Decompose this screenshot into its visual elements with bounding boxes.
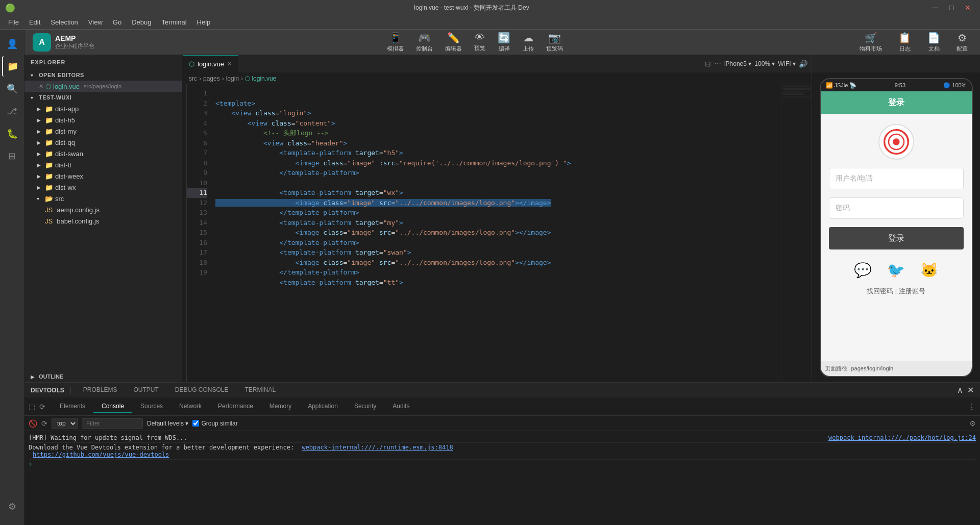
register-link[interactable]: 注册账号 <box>899 287 925 295</box>
chrome-tab-audits[interactable]: Audits <box>384 401 418 413</box>
network-select[interactable]: WIFI ▾ <box>778 60 796 67</box>
devtools-close-icon[interactable]: ✕ <box>967 385 974 395</box>
tree-dist-weex[interactable]: ▶ 📁 dist-weex <box>24 170 182 182</box>
code-editor[interactable]: <template> <view class="login"> <view cl… <box>211 84 781 382</box>
activitybar-settings[interactable]: ⚙ <box>2 496 22 517</box>
brand: A AEMP 企业小程序平台 <box>33 33 94 52</box>
chrome-tab-security[interactable]: Security <box>346 401 384 413</box>
toolbar-upload[interactable]: ☁ 上传 <box>519 30 538 55</box>
weibo-icon[interactable]: 🐦 <box>887 262 905 279</box>
toolbar-controller[interactable]: 🎮 控制台 <box>412 30 437 55</box>
toolbar-doc[interactable]: 📄 文档 <box>923 30 944 55</box>
chrome-tab-elements[interactable]: Elements <box>52 401 93 413</box>
open-editor-login-vue[interactable]: ✕ ⬡ login.vue src/pages/login <box>24 81 182 92</box>
devtools-collapse-icon[interactable]: ∧ <box>957 385 963 395</box>
device-select[interactable]: iPhone5 ▾ <box>724 60 751 67</box>
console-clear-icon[interactable]: 🚫 <box>29 419 37 428</box>
minimize-btn[interactable]: ─ <box>928 1 942 15</box>
menu-edit[interactable]: Edit <box>25 17 44 27</box>
tree-src[interactable]: ▾ 📂 src <box>24 193 182 204</box>
volume-icon[interactable]: 🔊 <box>799 60 807 68</box>
outline-section[interactable]: ▶ OUTLINE <box>24 371 182 382</box>
tree-dist-swan[interactable]: ▶ 📁 dist-swan <box>24 148 182 159</box>
devtools-tab-terminal[interactable]: TERMINAL <box>237 384 284 396</box>
phone-username-input[interactable]: 用户名/电话 <box>829 168 964 189</box>
devtools-tab-problems[interactable]: PROBLEMS <box>75 384 126 396</box>
open-editors-section[interactable]: ▾ OPEN EDITORS <box>24 69 182 81</box>
activitybar-search[interactable]: 🔍 <box>2 79 22 99</box>
tree-dist-qq[interactable]: ▶ 📁 dist-qq <box>24 137 182 148</box>
close-btn[interactable]: ✕ <box>961 1 975 15</box>
context-select[interactable]: top <box>52 418 78 429</box>
github-icon[interactable]: 🐱 <box>920 262 938 279</box>
zoom-select[interactable]: 100% ▾ <box>754 60 775 67</box>
activitybar-debug[interactable]: 🐛 <box>2 123 22 144</box>
console-preserve-icon[interactable]: ⟳ <box>41 419 47 428</box>
console-settings-icon[interactable]: ⚙ <box>969 419 976 428</box>
chrome-tab-console[interactable]: Console <box>93 401 132 413</box>
tab-close-icon[interactable]: ✕ <box>227 61 232 67</box>
menu-terminal[interactable]: Terminal <box>157 17 190 27</box>
split-editor-icon[interactable]: ⊟ <box>705 60 711 68</box>
chrome-tab-network[interactable]: Network <box>171 401 210 413</box>
toolbar-compile[interactable]: 🔄 编译 <box>494 30 514 55</box>
activitybar-git[interactable]: ⎇ <box>2 101 22 121</box>
tree-dist-tt[interactable]: ▶ 📁 dist-tt <box>24 159 182 170</box>
activitybar-account[interactable]: 👤 <box>2 34 22 54</box>
folder-icon: 📁 <box>45 172 53 180</box>
devtools-refresh-icon[interactable]: ⟳ <box>39 403 45 411</box>
breadcrumb-login[interactable]: login <box>226 75 239 82</box>
toolbar-log[interactable]: 📋 日志 <box>894 30 915 55</box>
console-link-1[interactable]: webpack-internal:///./pack/hot/log.js:24 <box>828 434 976 441</box>
project-root[interactable]: ▾ TEST-WUXI <box>24 92 182 103</box>
toolbar-simulator[interactable]: 📱 模拟器 <box>383 30 408 55</box>
explorer-label: EXPLORER <box>24 55 182 69</box>
group-similar-checkbox[interactable]: Group similar <box>192 420 237 427</box>
tree-babel-config[interactable]: JS babel.config.js <box>24 215 182 227</box>
log-levels-select[interactable]: Default levels ▾ <box>147 420 188 427</box>
chrome-tab-application[interactable]: Application <box>300 401 346 413</box>
tree-dist-wx[interactable]: ▶ 📁 dist-wx <box>24 182 182 193</box>
toolbar-editor[interactable]: ✏️ 编辑器 <box>441 30 466 55</box>
devtools-more-icon[interactable]: ⋮ <box>968 402 976 412</box>
activitybar-extensions[interactable]: ⊞ <box>2 146 22 166</box>
chrome-tab-performance[interactable]: Performance <box>210 401 261 413</box>
breadcrumb-file[interactable]: ⬡ login.vue <box>245 75 276 82</box>
activitybar-explorer[interactable]: 📁 <box>2 56 22 77</box>
svg-point-2 <box>893 138 899 145</box>
toolbar-previewcode[interactable]: 📷 预览码 <box>542 30 567 55</box>
menu-selection[interactable]: Selection <box>46 17 82 27</box>
console-filter-input[interactable] <box>82 418 143 429</box>
tree-aemp-config[interactable]: JS aemp.config.js <box>24 204 182 215</box>
menu-go[interactable]: Go <box>109 17 126 27</box>
phone-password-input[interactable]: 密码 <box>829 197 964 219</box>
devtools-inspect-icon[interactable]: ⬚ <box>29 403 35 411</box>
chrome-tab-sources[interactable]: Sources <box>132 401 171 413</box>
breadcrumb-src[interactable]: src <box>189 75 197 82</box>
tree-dist-app[interactable]: ▶ 📁 dist-app <box>24 103 182 114</box>
console-sublink-2[interactable]: https://github.com/vuejs/vue-devtools <box>33 451 169 458</box>
wechat-icon[interactable]: 💬 <box>854 262 872 279</box>
toolbar-market[interactable]: 🛒 物料市场 <box>855 30 886 55</box>
menu-debug[interactable]: Debug <box>128 17 155 27</box>
tab-login-vue[interactable]: ⬡ login.vue ✕ <box>183 55 238 73</box>
close-icon[interactable]: ✕ <box>39 83 43 90</box>
console-link-2[interactable]: webpack-internal:///./runtime.esm.js:841… <box>302 444 453 451</box>
tree-dist-h5[interactable]: ▶ 📁 dist-h5 <box>24 114 182 126</box>
maximize-btn[interactable]: □ <box>944 1 959 15</box>
console-prompt-line[interactable]: › <box>29 460 976 469</box>
phone-login-btn[interactable]: 登录 <box>829 227 964 249</box>
menu-file[interactable]: File <box>4 17 23 27</box>
group-similar-input[interactable] <box>192 420 199 427</box>
more-options-icon[interactable]: ⋯ <box>714 60 721 68</box>
tree-dist-my[interactable]: ▶ 📁 dist-my <box>24 126 182 137</box>
menu-help[interactable]: Help <box>193 17 215 27</box>
toolbar-config[interactable]: ⚙ 配置 <box>952 30 972 55</box>
menu-view[interactable]: View <box>84 17 107 27</box>
devtools-tab-output[interactable]: OUTPUT <box>125 384 166 396</box>
chrome-tab-memory[interactable]: Memory <box>261 401 300 413</box>
forgot-password-link[interactable]: 找回密码 <box>867 287 893 295</box>
toolbar-preview[interactable]: 👁 预览 <box>470 30 489 55</box>
devtools-tab-debug-console[interactable]: DEBUG CONSOLE <box>167 384 237 396</box>
breadcrumb-pages[interactable]: pages <box>203 75 220 82</box>
